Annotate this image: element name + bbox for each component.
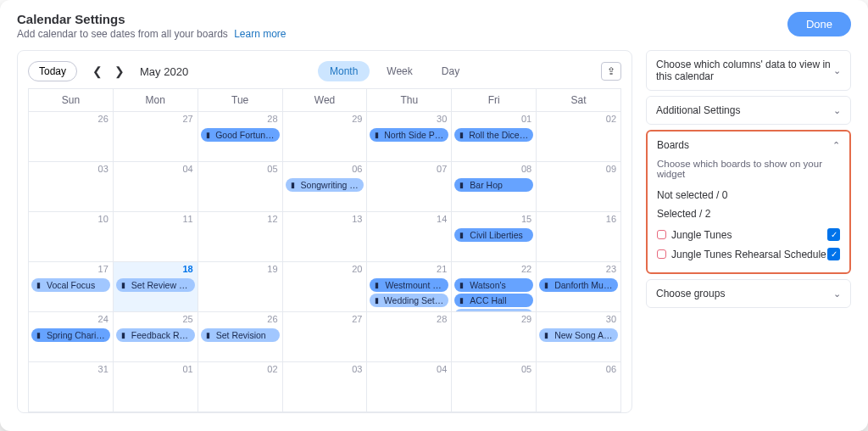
next-month-button[interactable]: ❯ (111, 63, 128, 80)
calendar-event[interactable]: ▮Watson's (454, 278, 533, 292)
day-cell[interactable]: 25▮Feedback R… (114, 312, 198, 362)
calendar-event[interactable]: ▮Westmount … (370, 278, 448, 292)
day-cell[interactable]: 06▮Songwriting … (283, 162, 368, 212)
day-cell[interactable]: 13 (283, 212, 368, 262)
day-number: 04 (437, 364, 447, 374)
day-cell[interactable]: 26 (29, 112, 114, 162)
events-container: ▮North Side P… (370, 128, 448, 142)
day-number: 27 (182, 114, 192, 124)
day-cell[interactable]: 04 (367, 362, 452, 412)
calendar-event[interactable]: ▮ACC Hall (454, 294, 533, 307)
day-cell[interactable]: 17▮Vocal Focus (29, 262, 114, 312)
calendar-event[interactable]: ▮Spring Chari… (31, 328, 110, 342)
accordion-additional-head[interactable]: Additional Settings ⌄ (647, 97, 850, 124)
prev-month-button[interactable]: ❮ (89, 63, 106, 80)
day-cell[interactable]: 31 (29, 362, 114, 412)
accordion-boards-head[interactable]: Boards ⌃ (648, 132, 849, 159)
accordion-groups-head[interactable]: Choose groups ⌄ (647, 280, 850, 307)
day-cell[interactable]: 30▮New Song A… (537, 312, 621, 362)
day-cell[interactable]: 26▮Set Revision (198, 312, 283, 362)
day-cell[interactable]: 21▮Westmount …▮Wedding Set… (367, 262, 452, 312)
learn-more-link[interactable]: Learn more (234, 28, 286, 40)
day-cell[interactable]: 05 (198, 162, 283, 212)
board-checkbox[interactable]: ✓ (827, 248, 840, 260)
day-cell[interactable]: 23▮Danforth Mu… (537, 262, 621, 312)
calendar-event[interactable]: ▮Good Fortun… (201, 128, 280, 142)
done-button[interactable]: Done (787, 12, 851, 36)
event-label: ACC Hall (470, 295, 506, 305)
day-cell[interactable]: 02 (537, 112, 621, 162)
day-number: 23 (606, 264, 616, 274)
calendar-event[interactable]: ▮Songwriting … (286, 178, 364, 192)
today-button[interactable]: Today (28, 61, 77, 81)
day-cell[interactable]: 30▮North Side P… (367, 112, 452, 162)
calendar-event[interactable]: ▮Set Review … (116, 278, 195, 292)
accordion-columns[interactable]: Choose which columns' data to view in th… (646, 50, 851, 91)
calendar-event[interactable]: ▮Bar Hop (454, 178, 533, 192)
day-cell[interactable]: 20 (283, 262, 368, 312)
day-cell[interactable]: 02 (198, 362, 283, 412)
day-cell[interactable]: 07 (367, 162, 452, 212)
day-cell[interactable]: 29 (283, 112, 368, 162)
day-cell[interactable]: 05 (452, 362, 537, 412)
day-number: 18 (182, 264, 192, 274)
events-container: ▮Set Revision (201, 328, 280, 342)
day-cell[interactable]: 08▮Bar Hop (452, 162, 537, 212)
events-container: ▮Roll the Dice… (454, 128, 533, 142)
day-cell[interactable]: 18▮Set Review … (114, 262, 198, 312)
day-cell[interactable]: 09 (537, 162, 621, 212)
events-container: ▮Spring Chari… (31, 328, 110, 342)
day-cell[interactable]: 11 (114, 212, 198, 262)
day-cell[interactable]: 06 (537, 362, 621, 412)
day-cell[interactable]: 04 (114, 162, 198, 212)
day-number: 01 (182, 364, 192, 374)
calendar-panel: Today ❮ ❯ May 2020 Month Week Day ⇪ SunM… (17, 50, 632, 413)
event-icon: ▮ (459, 132, 465, 138)
accordion-groups[interactable]: Choose groups ⌄ (646, 279, 851, 308)
day-cell[interactable]: 03 (29, 162, 114, 212)
day-cell[interactable]: 29 (452, 312, 537, 362)
header-text: Calendar Settings Add calendar to see da… (17, 12, 287, 40)
view-week-button[interactable]: Week (375, 61, 424, 81)
calendar-event[interactable]: ▮Civil Liberties (454, 228, 533, 242)
day-cell[interactable]: 15▮Civil Liberties (452, 212, 537, 262)
calendar-event[interactable]: ▮Feedback R… (116, 328, 195, 342)
day-cell[interactable]: 10 (29, 212, 114, 262)
event-label: Feedback R… (131, 330, 188, 340)
header: Calendar Settings Add calendar to see da… (0, 0, 868, 47)
calendar-event[interactable]: ▮Set Revision (201, 328, 280, 342)
day-cell[interactable]: 27 (283, 312, 368, 362)
day-cell[interactable]: 01▮Roll the Dice… (452, 112, 537, 162)
day-cell[interactable]: 01 (114, 362, 198, 412)
dow-cell: Sun (29, 89, 114, 112)
day-cell[interactable]: 28▮Good Fortun… (198, 112, 283, 162)
day-cell[interactable]: 22▮Watson's▮ACC Hall▮Writing (452, 262, 537, 312)
event-icon: ▮ (459, 298, 466, 304)
calendar-event[interactable]: ▮New Song A… (539, 328, 618, 342)
day-cell[interactable]: 28 (367, 312, 452, 362)
day-cell[interactable]: 12 (198, 212, 283, 262)
view-day-button[interactable]: Day (430, 61, 471, 81)
calendar-event[interactable]: ▮Danforth Mu… (539, 278, 618, 292)
day-cell[interactable]: 16 (537, 212, 621, 262)
calendar-event[interactable]: ▮North Side P… (370, 128, 448, 142)
day-cell[interactable]: 19 (198, 262, 283, 312)
board-checkbox[interactable]: ✓ (827, 228, 840, 241)
day-cell[interactable]: 27 (114, 112, 198, 162)
day-number: 28 (437, 314, 447, 324)
accordion-columns-head[interactable]: Choose which columns' data to view in th… (647, 51, 850, 90)
calendar-event[interactable]: ▮Roll the Dice… (454, 128, 533, 142)
view-month-button[interactable]: Month (318, 61, 370, 81)
export-button[interactable]: ⇪ (601, 62, 621, 81)
dow-cell: Sat (537, 89, 621, 112)
accordion-additional[interactable]: Additional Settings ⌄ (646, 96, 851, 125)
events-container: ▮Vocal Focus (31, 278, 110, 292)
day-cell[interactable]: 14 (367, 212, 452, 262)
calendar-event[interactable]: ▮Wedding Set… (370, 294, 448, 307)
calendar-event[interactable]: ▮Vocal Focus (31, 278, 110, 292)
day-cell[interactable]: 03 (283, 362, 368, 412)
dow-cell: Wed (283, 89, 368, 112)
day-number: 02 (606, 114, 616, 124)
page-title: Calendar Settings (17, 12, 287, 26)
day-cell[interactable]: 24▮Spring Chari… (29, 312, 114, 362)
